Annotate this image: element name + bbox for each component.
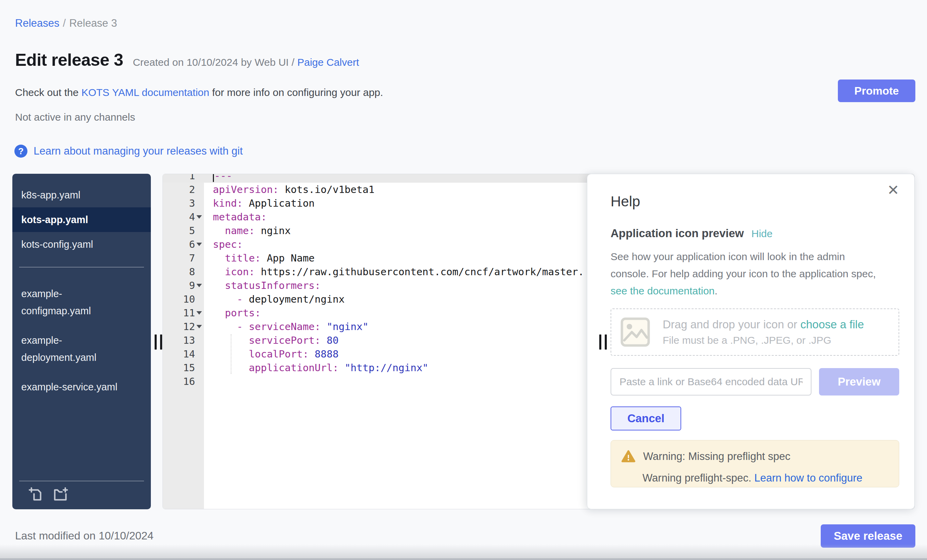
preflight-warning: Warning: Missing preflight spec Warning … (611, 440, 899, 487)
sidebar-file-item[interactable]: kots-app.yaml (12, 207, 151, 232)
breadcrumb: Releases/Release 3 (15, 17, 117, 29)
fold-toggle-icon[interactable] (196, 325, 202, 328)
icon-url-input[interactable] (611, 368, 812, 396)
help-panel: ✕ Help Application icon preview Hide See… (587, 174, 915, 509)
breadcrumb-releases-link[interactable]: Releases (15, 17, 59, 29)
last-modified: Last modified on 10/10/2024 (15, 530, 153, 542)
dropzone-line1: Drag and drop your icon or (663, 318, 801, 331)
fold-toggle-icon[interactable] (196, 284, 202, 287)
question-circle-icon: ? (14, 145, 27, 158)
cancel-button[interactable]: Cancel (611, 407, 681, 431)
page-title: Edit release 3 (15, 50, 123, 70)
created-prefix: Created on 10/10/2024 by Web UI / (133, 56, 297, 68)
doc-hint: Check out the KOTS YAML documentation fo… (15, 87, 383, 99)
bottom-fade (0, 544, 927, 560)
icon-url-row: Preview (611, 368, 899, 396)
help-description: See how your application icon will look … (611, 248, 899, 299)
sidebar-file-item[interactable]: example- configmap.yaml (12, 285, 151, 319)
file-plus-icon[interactable] (28, 487, 44, 502)
sidebar-file-item[interactable]: k8s-app.yaml (12, 183, 151, 207)
doc-pre: Check out the (15, 87, 81, 98)
sidebar-editor-resize-handle[interactable] (155, 334, 162, 349)
created-info: Created on 10/10/2024 by Web UI / Paige … (133, 56, 359, 68)
warning-title: Warning: Missing preflight spec (643, 450, 790, 463)
configure-preflight-link[interactable]: Learn how to configure (754, 472, 862, 484)
folder-plus-icon[interactable] (53, 487, 68, 502)
text-cursor (213, 174, 214, 182)
warning-triangle-icon (621, 449, 635, 464)
image-placeholder-icon (620, 317, 650, 347)
warning-detail: Warning preflight-spec. Learn how to con… (643, 472, 889, 484)
file-list-top: k8s-app.yamlkots-app.yamlkots-config.yam… (12, 174, 151, 257)
dropzone-text: Drag and drop your icon or choose a file… (663, 318, 864, 346)
indent-guide (231, 334, 231, 374)
author-link[interactable]: Paige Calvert (297, 56, 359, 68)
help-section-row: Application icon preview Hide (611, 227, 899, 240)
close-icon[interactable]: ✕ (887, 183, 899, 197)
warning-detail-text: Warning preflight-spec. (643, 472, 754, 484)
dropzone-line2: File must be a .PNG, .JPEG, or .JPG (663, 334, 864, 346)
file-list-bottom: example- configmap.yamlexample- deployme… (12, 267, 151, 396)
see-documentation-link[interactable]: see the documentation (611, 285, 715, 296)
icon-dropzone[interactable]: Drag and drop your icon or choose a file… (611, 308, 899, 356)
bottom-edge (0, 558, 927, 560)
git-releases-link[interactable]: Learn about managing your releases with … (33, 145, 243, 157)
sidebar-actions (19, 481, 144, 504)
hide-link[interactable]: Hide (751, 228, 773, 240)
breadcrumb-current: Release 3 (69, 17, 117, 29)
help-title: Help (611, 193, 899, 210)
doc-post: for more info on configuring your app. (209, 87, 383, 98)
breadcrumb-separator: / (59, 17, 69, 29)
kots-yaml-doc-link[interactable]: KOTS YAML documentation (81, 87, 209, 98)
sidebar-file-item[interactable]: example- deployment.yaml (12, 332, 151, 366)
fold-toggle-icon[interactable] (196, 243, 202, 246)
release-editor-page: Releases/Release 3 Edit release 3 Create… (0, 0, 927, 560)
sidebar-file-item[interactable]: kots-config.yaml (12, 232, 151, 257)
fold-toggle-icon[interactable] (196, 311, 202, 315)
icon-preview-title: Application icon preview (611, 227, 744, 240)
sidebar-file-item[interactable]: example-service.yaml (12, 378, 151, 396)
editor-help-resize-handle[interactable] (599, 334, 607, 349)
preview-button[interactable]: Preview (819, 368, 899, 396)
git-help-row: ? Learn about managing your releases wit… (14, 145, 243, 158)
channel-status: Not active in any channels (15, 111, 135, 123)
title-row: Edit release 3 Created on 10/10/2024 by … (15, 50, 359, 70)
choose-file-link[interactable]: choose a file (801, 318, 864, 331)
fold-toggle-icon[interactable] (196, 215, 202, 219)
file-sidebar: k8s-app.yamlkots-app.yamlkots-config.yam… (12, 174, 151, 509)
promote-button[interactable]: Promote (838, 79, 915, 102)
